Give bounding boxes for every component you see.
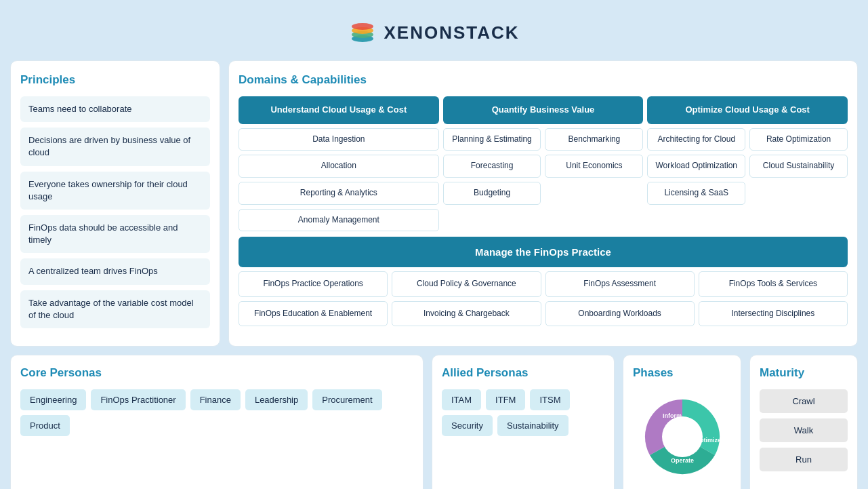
cap-col-1: Data Ingestion Allocation Reporting & An… [239, 128, 439, 231]
manage-item-2: FinOps Assessment [545, 271, 695, 297]
maturity-crawl: Crawl [760, 389, 848, 413]
maturity-walk: Walk [760, 418, 848, 442]
cap-col-2: Planning & Estimating Forecasting Budget… [443, 128, 644, 231]
col3-right: Rate Optimization Cloud Sustainability [749, 128, 848, 205]
col2-left: Planning & Estimating Forecasting Budget… [443, 128, 541, 205]
cap-item-data-ingestion: Data Ingestion [239, 128, 439, 151]
principle-item-1: Decisions are driven by business value o… [20, 128, 210, 165]
header: XENONSTACK [10, 10, 858, 60]
principle-item-3: FinOps data should be accessible and tim… [20, 215, 210, 253]
principles-title: Principles [20, 73, 210, 87]
manage-item-7: Intersecting Disciplines [699, 301, 848, 327]
core-personas-panel: Core Personas Engineering FinOps Practit… [10, 355, 423, 489]
allied-personas-title: Allied Personas [442, 366, 604, 380]
capability-headers: Understand Cloud Usage & Cost Quantify B… [239, 96, 848, 124]
main-content: Principles Teams need to collaborate Dec… [10, 60, 858, 347]
manage-item-3: FinOps Tools & Services [699, 271, 848, 297]
manage-row-2: FinOps Education & Enablement Invoicing … [239, 301, 848, 327]
cap-forecasting: Forecasting [443, 155, 541, 178]
cap-sustainability: Cloud Sustainability [749, 155, 848, 178]
col3-left: Architecting for Cloud Workload Optimiza… [647, 128, 745, 205]
persona-itfm: ITFM [486, 389, 525, 410]
persona-procurement: Procurement [312, 389, 381, 410]
persona-product: Product [20, 415, 70, 436]
capability-items: Data Ingestion Allocation Reporting & An… [239, 128, 848, 231]
cap-workload: Workload Optimization [647, 155, 745, 178]
bottom-content: Core Personas Engineering FinOps Practit… [10, 355, 858, 489]
cap-licensing: Licensing & SaaS [647, 182, 745, 205]
manage-item-5: Invoicing & Chargeback [392, 301, 541, 327]
cap-header-0: Understand Cloud Usage & Cost [239, 96, 439, 124]
manage-item-1: Cloud Policy & Governance [392, 271, 541, 297]
cap-header-2: Optimize Cloud Usage & Cost [647, 96, 848, 124]
persona-itam: ITAM [442, 389, 481, 410]
phases-title: Phases [633, 366, 731, 380]
cap-planning: Planning & Estimating [443, 128, 541, 151]
allied-personas-panel: Allied Personas ITAM ITFM ITSM Security … [432, 355, 615, 489]
domains-panel: Domains & Capabilities Understand Cloud … [228, 60, 858, 347]
phases-donut-chart: Inform Optimize Operate [635, 389, 730, 484]
phases-panel: Phases Inform Optimize Operate [623, 355, 741, 489]
cap-item-allocation: Allocation [239, 155, 439, 178]
svg-text:Inform: Inform [663, 412, 682, 419]
logo-text: XENONSTACK [384, 22, 519, 43]
principle-item-0: Teams need to collaborate [20, 96, 210, 122]
allied-persona-tags: ITAM ITFM ITSM Security Sustainability [442, 389, 604, 436]
persona-finops: FinOps Practitioner [91, 389, 185, 410]
cap-header-1: Quantify Business Value [443, 96, 644, 124]
cap-architecting: Architecting for Cloud [647, 128, 745, 151]
cap-unit-economics: Unit Economics [545, 155, 643, 178]
core-persona-tags: Engineering FinOps Practitioner Finance … [20, 389, 413, 436]
cap-benchmarking: Benchmarking [545, 128, 643, 151]
svg-text:Optimize: Optimize [695, 437, 720, 444]
persona-itsm: ITSM [530, 389, 570, 410]
manage-item-6: Onboarding Workloads [545, 301, 695, 327]
cap-col-3: Architecting for Cloud Workload Optimiza… [647, 128, 848, 231]
persona-leadership: Leadership [245, 389, 308, 410]
manage-row-1: FinOps Practice Operations Cloud Policy … [239, 271, 848, 297]
col3-pair: Architecting for Cloud Workload Optimiza… [647, 128, 848, 205]
manage-item-0: FinOps Practice Operations [239, 271, 388, 297]
persona-engineering: Engineering [20, 389, 86, 410]
cap-budgeting: Budgeting [443, 182, 541, 205]
col2-right: Benchmarking Unit Economics [545, 128, 643, 205]
core-personas-title: Core Personas [20, 366, 413, 380]
logo-icon [348, 17, 377, 48]
svg-point-3 [352, 23, 373, 30]
manage-header: Manage the FinOps Practice [239, 237, 848, 267]
cap-rate: Rate Optimization [749, 128, 848, 151]
maturity-title: Maturity [760, 366, 848, 380]
persona-finance: Finance [190, 389, 241, 410]
persona-sustainability: Sustainability [497, 415, 569, 436]
persona-security: Security [442, 415, 493, 436]
maturity-run: Run [760, 448, 848, 471]
manage-item-4: FinOps Education & Enablement [239, 301, 388, 327]
principle-item-4: A centralized team drives FinOps [20, 258, 210, 284]
domains-title: Domains & Capabilities [239, 73, 848, 87]
cap-item-anomaly: Anomaly Management [239, 209, 439, 232]
principles-panel: Principles Teams need to collaborate Dec… [10, 60, 220, 347]
phases-chart: Inform Optimize Operate [633, 389, 731, 484]
cap-item-reporting: Reporting & Analytics [239, 182, 439, 205]
svg-text:Operate: Operate [670, 457, 693, 464]
maturity-panel: Maturity Crawl Walk Run [749, 355, 858, 489]
principle-item-5: Take advantage of the variable cost mode… [20, 290, 210, 328]
col2-pair: Planning & Estimating Forecasting Budget… [443, 128, 644, 205]
principle-item-2: Everyone takes ownership for their cloud… [20, 172, 210, 210]
